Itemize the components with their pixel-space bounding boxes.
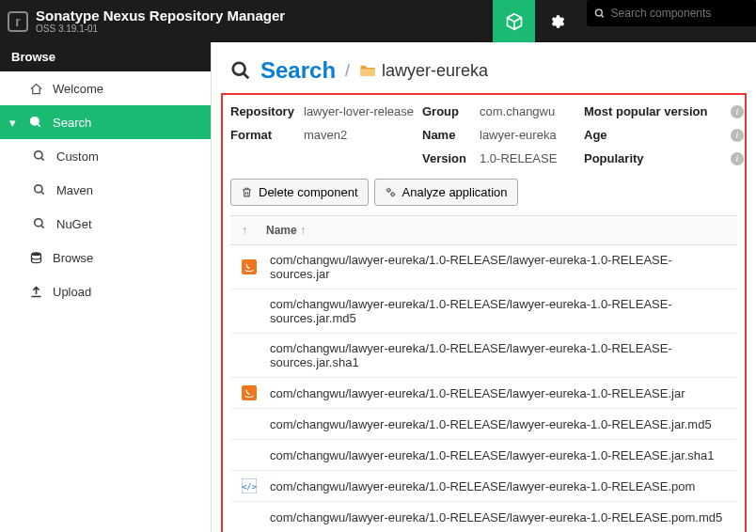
brand-title: Sonatype Nexus Repository Manager	[36, 8, 285, 24]
assets-table-header: ↑ Name ↑	[230, 215, 737, 245]
asset-row[interactable]: </>com/changwu/lawyer-eureka/1.0-RELEASE…	[230, 471, 737, 502]
sidebar-item-label: Upload	[53, 285, 197, 299]
main-content: Search / lawyer-eureka Repository lawyer…	[212, 42, 756, 532]
svg-line-3	[38, 124, 40, 127]
sidebar-item-nuget[interactable]: NuGet	[0, 207, 211, 241]
sidebar: Browse Welcome ▾ Search Custom	[0, 42, 212, 532]
search-breadcrumb-link[interactable]: Search	[260, 57, 336, 84]
analyze-application-button[interactable]: Analyze application	[374, 179, 518, 206]
column-name[interactable]: Name ↑	[266, 224, 306, 237]
button-label: Analyze application	[402, 185, 508, 199]
info-icon[interactable]: i	[731, 152, 744, 165]
meta-label: Age	[584, 128, 725, 142]
header-search[interactable]	[587, 0, 756, 26]
asset-row[interactable]: com/changwu/lawyer-eureka/1.0-RELEASE/la…	[230, 409, 737, 440]
sidebar-item-search[interactable]: ▾ Search	[0, 105, 211, 139]
svg-line-5	[41, 158, 44, 161]
meta-label: Format	[230, 128, 298, 142]
asset-path: com/changwu/lawyer-eureka/1.0-RELEASE/la…	[270, 417, 712, 431]
sidebar-item-custom[interactable]: Custom	[0, 139, 211, 173]
cube-icon	[505, 12, 524, 31]
info-icon[interactable]: i	[731, 129, 744, 142]
asset-row[interactable]: com/changwu/lawyer-eureka/1.0-RELEASE/la…	[230, 440, 737, 471]
component-detail-panel: Repository lawyer-lover-release Group co…	[221, 93, 747, 532]
sort-arrow-icon[interactable]: ↑	[242, 224, 247, 237]
asset-path: com/changwu/lawyer-eureka/1.0-RELEASE/la…	[270, 448, 715, 462]
upload-icon	[28, 284, 43, 299]
meta-value: maven2	[304, 128, 417, 142]
delete-component-button[interactable]: Delete component	[230, 179, 369, 206]
info-icon[interactable]: i	[731, 105, 744, 118]
component-metadata: Repository lawyer-lover-release Group co…	[230, 104, 737, 165]
meta-value: com.changwu	[480, 104, 578, 118]
asset-row[interactable]: com/changwu/lawyer-eureka/1.0-RELEASE/la…	[230, 245, 737, 289]
nexus-logo-icon: r	[8, 11, 28, 32]
svg-point-4	[35, 151, 42, 159]
asset-path: com/changwu/lawyer-eureka/1.0-RELEASE/la…	[270, 510, 722, 524]
button-label: Delete component	[259, 185, 358, 199]
file-type-icon	[242, 348, 257, 363]
meta-label: Popularity	[584, 151, 725, 165]
folder-icon	[359, 63, 376, 78]
svg-point-0	[595, 9, 602, 16]
meta-label: Most popular version	[584, 104, 725, 118]
gears-icon	[385, 186, 397, 198]
file-type-icon	[242, 447, 257, 462]
search-input[interactable]	[611, 7, 748, 20]
asset-path: com/changwu/lawyer-eureka/1.0-RELEASE/la…	[270, 386, 685, 400]
svg-point-6	[35, 185, 42, 193]
file-type-icon	[242, 259, 257, 274]
svg-line-12	[244, 73, 249, 79]
asset-path: com/changwu/lawyer-eureka/1.0-RELEASE/la…	[270, 253, 726, 281]
search-icon	[32, 149, 47, 164]
file-type-icon	[242, 304, 257, 319]
admin-mode-button[interactable]	[535, 0, 577, 42]
home-icon	[28, 81, 43, 96]
svg-point-11	[233, 63, 245, 75]
meta-value: lawyer-eureka	[480, 128, 578, 142]
sidebar-header: Browse	[0, 42, 211, 71]
file-type-icon: </>	[242, 478, 257, 493]
sidebar-item-label: Browse	[53, 251, 197, 265]
search-icon	[28, 115, 43, 130]
svg-text:</>: </>	[242, 482, 257, 492]
component-name: lawyer-eureka	[382, 61, 488, 81]
sidebar-item-label: Search	[53, 116, 197, 130]
svg-point-14	[391, 193, 394, 196]
meta-value: 1.0-RELEASE	[480, 151, 578, 165]
asset-row[interactable]: com/changwu/lawyer-eureka/1.0-RELEASE/la…	[230, 378, 737, 409]
asset-row[interactable]: com/changwu/lawyer-eureka/1.0-RELEASE/la…	[230, 289, 737, 334]
search-icon	[32, 216, 47, 231]
svg-rect-16	[242, 385, 257, 400]
file-type-icon	[242, 416, 257, 431]
assets-table-body: com/changwu/lawyer-eureka/1.0-RELEASE/la…	[230, 245, 737, 532]
asset-row[interactable]: com/changwu/lawyer-eureka/1.0-RELEASE/la…	[230, 502, 737, 532]
svg-point-13	[386, 189, 389, 192]
svg-line-1	[601, 14, 603, 16]
asset-path: com/changwu/lawyer-eureka/1.0-RELEASE/la…	[270, 341, 726, 369]
svg-rect-15	[242, 259, 257, 274]
asset-path: com/changwu/lawyer-eureka/1.0-RELEASE/la…	[270, 297, 726, 325]
sidebar-item-label: Maven	[56, 183, 197, 197]
search-icon	[32, 182, 47, 197]
database-icon	[28, 250, 43, 265]
app-header: r Sonatype Nexus Repository Manager OSS …	[0, 0, 756, 42]
svg-line-7	[41, 192, 44, 195]
meta-label: Group	[422, 104, 474, 118]
sidebar-item-upload[interactable]: Upload	[0, 274, 211, 308]
sidebar-item-browse[interactable]: Browse	[0, 241, 211, 274]
file-type-icon	[242, 385, 257, 400]
search-icon	[230, 60, 251, 81]
meta-label: Name	[422, 128, 474, 142]
search-icon	[594, 8, 606, 20]
sidebar-item-maven[interactable]: Maven	[0, 173, 211, 207]
browse-mode-button[interactable]	[493, 0, 535, 42]
sidebar-item-welcome[interactable]: Welcome	[0, 71, 211, 105]
asset-row[interactable]: com/changwu/lawyer-eureka/1.0-RELEASE/la…	[230, 334, 737, 378]
brand-block: r Sonatype Nexus Repository Manager OSS …	[0, 8, 285, 35]
file-type-icon	[242, 509, 257, 524]
asset-path: com/changwu/lawyer-eureka/1.0-RELEASE/la…	[270, 479, 695, 493]
gear-icon	[548, 13, 565, 30]
sidebar-item-label: NuGet	[56, 217, 197, 231]
svg-point-8	[35, 219, 42, 227]
